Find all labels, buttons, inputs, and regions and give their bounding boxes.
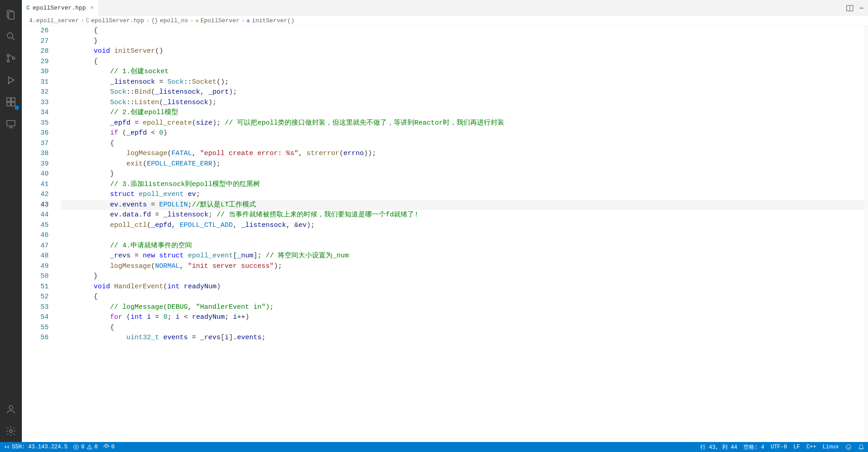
line-number: 40 xyxy=(22,169,49,180)
code-line[interactable]: } xyxy=(61,36,864,47)
eol-status[interactable]: LF xyxy=(793,444,800,450)
breadcrumb-label: epollServer.hpp xyxy=(91,17,144,24)
ports-count: 0 xyxy=(111,444,115,450)
tab-bar-actions: ⋯ xyxy=(842,0,868,16)
code-line[interactable]: logMessage(NORMAL, "init server success"… xyxy=(61,261,864,272)
chevron-right-icon: › xyxy=(80,17,84,24)
svg-point-8 xyxy=(8,83,9,84)
code-line[interactable]: { xyxy=(61,139,864,149)
code-line[interactable]: // 1.创建socket xyxy=(61,67,864,77)
code-line[interactable]: // 4.申请就绪事件的空间 xyxy=(61,241,864,251)
code-line[interactable]: // 3.添加listensock到epoll模型中的红黑树 xyxy=(61,180,864,190)
code-line[interactable]: void HandlerEvent(int readyNum) xyxy=(61,282,864,292)
notifications-icon[interactable] xyxy=(858,444,864,450)
language-status[interactable]: C++ xyxy=(806,444,816,450)
errors-count: 0 xyxy=(81,444,84,450)
line-number: 32 xyxy=(22,87,49,98)
svg-line-3 xyxy=(12,38,15,40)
code-line[interactable]: { xyxy=(61,323,864,333)
code-line[interactable]: // 2.创建epoll模型 xyxy=(61,108,864,118)
code-line[interactable]: // logMessage(DEBUG, "HandlerEvent in"); xyxy=(61,302,864,313)
line-number: 48 xyxy=(22,251,49,261)
breadcrumb-label: 4.epoll_server xyxy=(29,17,79,24)
code-line[interactable]: ev.data.fd = _listensock; // 当事件就绪被捞取上来的… xyxy=(61,210,864,221)
os-status[interactable]: Linux xyxy=(823,444,839,450)
code-line[interactable]: ev.events = EPOLLIN;//默认是LT工作模式 xyxy=(61,200,864,211)
svg-point-5 xyxy=(7,60,10,62)
breadcrumb-folder[interactable]: 4.epoll_server xyxy=(29,17,79,24)
svg-rect-1 xyxy=(9,12,14,19)
code-line[interactable]: if (_epfd < 0) xyxy=(61,128,864,139)
line-number: 42 xyxy=(22,190,49,200)
code-line[interactable]: Sock::Bind(_listensock, _port); xyxy=(61,87,864,98)
code-line[interactable]: { xyxy=(61,26,864,36)
close-icon[interactable]: × xyxy=(90,5,94,11)
code-line[interactable]: void initServer() xyxy=(61,46,864,57)
method-icon: ◉ xyxy=(247,17,250,24)
settings-icon[interactable] xyxy=(0,420,22,442)
code-content[interactable]: { } void initServer() { // 1.创建socket _l… xyxy=(58,26,864,442)
problems-status[interactable]: 0 0 xyxy=(73,444,97,450)
code-line[interactable]: logMessage(FATAL, "epoll create error: %… xyxy=(61,149,864,159)
extensions-icon[interactable] xyxy=(0,91,22,113)
search-icon[interactable] xyxy=(0,25,22,47)
line-number: 44 xyxy=(22,210,49,221)
code-line[interactable]: Sock::Listen(_listensock); xyxy=(61,98,864,108)
cpp-file-icon: C xyxy=(26,5,30,11)
feedback-icon[interactable] xyxy=(845,444,852,450)
code-line[interactable]: epoll_ctl(_epfd, EPOLL_CTL_ADD, _listens… xyxy=(61,221,864,231)
encoding-status[interactable]: UTF-8 xyxy=(771,444,787,450)
code-line[interactable]: struct epoll_event ev; xyxy=(61,190,864,200)
braces-icon: {} xyxy=(151,18,158,24)
code-editor[interactable]: 2627282930313233343536373839404142434445… xyxy=(22,26,868,442)
code-line[interactable]: _epfd = epoll_create(size); // 可以把epoll类… xyxy=(61,118,864,129)
split-editor-icon[interactable] xyxy=(846,5,853,12)
breadcrumb-class[interactable]: ◈ EpollServer xyxy=(196,17,240,24)
line-number: 29 xyxy=(22,57,49,67)
tab-filename: epollServer.hpp xyxy=(33,5,86,11)
code-line[interactable]: } xyxy=(61,271,864,282)
code-line[interactable]: exit(EPOLL_CREATE_ERR); xyxy=(61,159,864,170)
line-number: 51 xyxy=(22,282,49,292)
svg-rect-11 xyxy=(11,102,15,106)
svg-point-25 xyxy=(105,446,107,448)
breadcrumb-method[interactable]: ◉ initServer() xyxy=(247,17,295,24)
breadcrumb-file[interactable]: C epollServer.hpp xyxy=(86,17,144,24)
breadcrumb[interactable]: 4.epoll_server › C epollServer.hpp › {} … xyxy=(22,16,868,26)
more-actions-icon[interactable]: ⋯ xyxy=(860,4,863,12)
code-line[interactable]: _revs = new struct epoll_event[_num]; //… xyxy=(61,251,864,261)
explorer-icon[interactable] xyxy=(0,4,22,25)
code-line[interactable]: { xyxy=(61,292,864,302)
line-number: 28 xyxy=(22,46,49,57)
tab-epollserver[interactable]: C epollServer.hpp × xyxy=(22,0,99,16)
line-number: 43 xyxy=(22,200,49,211)
svg-rect-12 xyxy=(11,98,15,101)
svg-point-16 xyxy=(9,406,13,409)
code-line[interactable]: _listensock = Sock::Socket(); xyxy=(61,77,864,88)
code-line[interactable]: for (int i = 0; i < readyNum; i++) xyxy=(61,312,864,323)
ports-status[interactable]: 0 xyxy=(103,444,115,450)
accounts-icon[interactable] xyxy=(0,398,22,420)
source-control-icon[interactable] xyxy=(0,47,22,69)
remote-label: SSH: 43.143.224.5 xyxy=(12,444,67,450)
class-icon: ◈ xyxy=(196,17,199,24)
line-number: 45 xyxy=(22,221,49,231)
indentation-status[interactable]: 空格: 4 xyxy=(743,443,764,451)
scrollbar[interactable] xyxy=(864,26,868,442)
remote-status[interactable]: SSH: 43.143.224.5 xyxy=(4,444,67,450)
code-line[interactable]: uint32_t events = _revs[i].events; xyxy=(61,333,864,343)
svg-point-17 xyxy=(10,430,12,432)
chevron-right-icon: › xyxy=(146,17,150,24)
cursor-position[interactable]: 行 43, 列 44 xyxy=(700,443,738,451)
code-line[interactable]: } xyxy=(61,169,864,180)
run-debug-icon[interactable] xyxy=(0,69,22,91)
remote-explorer-icon[interactable] xyxy=(0,113,22,135)
breadcrumb-namespace[interactable]: {} epoll_ns xyxy=(151,17,188,24)
svg-point-26 xyxy=(846,445,851,450)
svg-rect-10 xyxy=(7,102,10,106)
code-line[interactable]: { xyxy=(61,57,864,67)
svg-point-24 xyxy=(89,448,90,448)
line-number-gutter: 2627282930313233343536373839404142434445… xyxy=(22,26,58,442)
code-line[interactable] xyxy=(61,231,864,241)
line-number: 37 xyxy=(22,139,49,149)
